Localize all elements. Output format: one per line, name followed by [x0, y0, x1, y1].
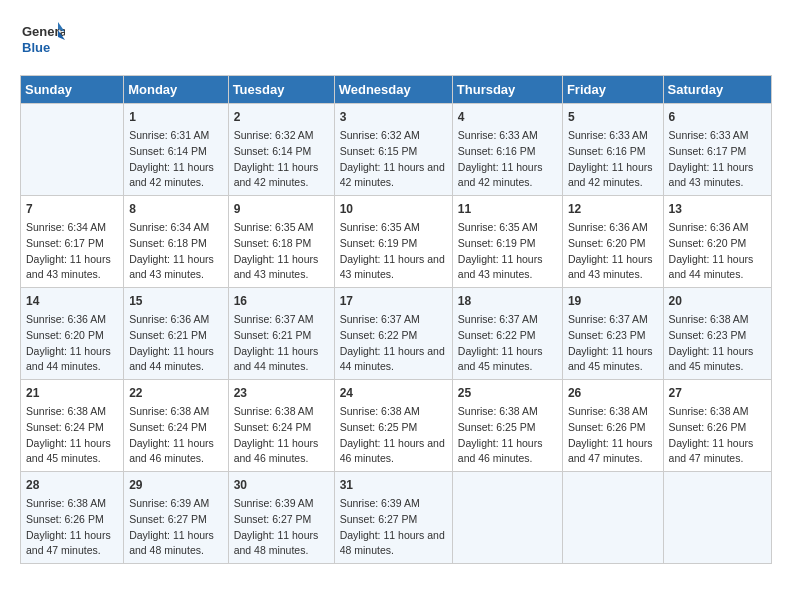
cell-info: Sunrise: 6:39 AM: [234, 496, 329, 512]
calendar-cell: 29Sunrise: 6:39 AMSunset: 6:27 PMDayligh…: [124, 472, 228, 564]
cell-info: Sunset: 6:26 PM: [26, 512, 118, 528]
cell-info: Sunset: 6:27 PM: [340, 512, 447, 528]
cell-info: Daylight: 11 hours and 42 minutes.: [458, 160, 557, 192]
cell-info: Sunset: 6:16 PM: [568, 144, 658, 160]
weekday-header: Sunday: [21, 76, 124, 104]
cell-info: Sunset: 6:25 PM: [340, 420, 447, 436]
cell-info: Daylight: 11 hours and 42 minutes.: [568, 160, 658, 192]
day-number: 16: [234, 292, 329, 310]
cell-info: Sunset: 6:21 PM: [129, 328, 222, 344]
cell-info: Sunrise: 6:36 AM: [26, 312, 118, 328]
calendar-cell: 14Sunrise: 6:36 AMSunset: 6:20 PMDayligh…: [21, 288, 124, 380]
day-number: 5: [568, 108, 658, 126]
cell-info: Sunrise: 6:38 AM: [568, 404, 658, 420]
calendar-cell: 13Sunrise: 6:36 AMSunset: 6:20 PMDayligh…: [663, 196, 771, 288]
cell-info: Sunset: 6:19 PM: [458, 236, 557, 252]
cell-info: Sunrise: 6:35 AM: [234, 220, 329, 236]
day-number: 25: [458, 384, 557, 402]
day-number: 13: [669, 200, 766, 218]
cell-info: Daylight: 11 hours and 44 minutes.: [26, 344, 118, 376]
cell-info: Sunset: 6:17 PM: [669, 144, 766, 160]
day-number: 20: [669, 292, 766, 310]
cell-info: Sunset: 6:17 PM: [26, 236, 118, 252]
cell-info: Sunrise: 6:34 AM: [26, 220, 118, 236]
cell-info: Sunset: 6:20 PM: [568, 236, 658, 252]
day-number: 18: [458, 292, 557, 310]
day-number: 10: [340, 200, 447, 218]
calendar-cell: 10Sunrise: 6:35 AMSunset: 6:19 PMDayligh…: [334, 196, 452, 288]
cell-info: Sunset: 6:24 PM: [26, 420, 118, 436]
cell-info: Sunrise: 6:37 AM: [568, 312, 658, 328]
cell-info: Sunrise: 6:38 AM: [669, 312, 766, 328]
cell-info: Sunrise: 6:36 AM: [568, 220, 658, 236]
cell-info: Sunset: 6:22 PM: [458, 328, 557, 344]
calendar-cell: 16Sunrise: 6:37 AMSunset: 6:21 PMDayligh…: [228, 288, 334, 380]
calendar-cell: 5Sunrise: 6:33 AMSunset: 6:16 PMDaylight…: [562, 104, 663, 196]
calendar-cell: 6Sunrise: 6:33 AMSunset: 6:17 PMDaylight…: [663, 104, 771, 196]
cell-info: Sunset: 6:19 PM: [340, 236, 447, 252]
day-number: 17: [340, 292, 447, 310]
calendar-cell: 30Sunrise: 6:39 AMSunset: 6:27 PMDayligh…: [228, 472, 334, 564]
calendar-cell: [21, 104, 124, 196]
calendar-cell: 2Sunrise: 6:32 AMSunset: 6:14 PMDaylight…: [228, 104, 334, 196]
cell-info: Daylight: 11 hours and 45 minutes.: [568, 344, 658, 376]
cell-info: Daylight: 11 hours and 46 minutes.: [129, 436, 222, 468]
day-number: 29: [129, 476, 222, 494]
calendar-cell: [663, 472, 771, 564]
cell-info: Sunset: 6:23 PM: [669, 328, 766, 344]
cell-info: Daylight: 11 hours and 47 minutes.: [26, 528, 118, 560]
calendar-week-row: 28Sunrise: 6:38 AMSunset: 6:26 PMDayligh…: [21, 472, 772, 564]
calendar-cell: 31Sunrise: 6:39 AMSunset: 6:27 PMDayligh…: [334, 472, 452, 564]
cell-info: Daylight: 11 hours and 43 minutes.: [458, 252, 557, 284]
cell-info: Sunrise: 6:37 AM: [340, 312, 447, 328]
cell-info: Sunrise: 6:39 AM: [129, 496, 222, 512]
cell-info: Sunset: 6:27 PM: [129, 512, 222, 528]
calendar-cell: 12Sunrise: 6:36 AMSunset: 6:20 PMDayligh…: [562, 196, 663, 288]
cell-info: Sunrise: 6:35 AM: [458, 220, 557, 236]
day-number: 6: [669, 108, 766, 126]
weekday-header: Monday: [124, 76, 228, 104]
page-header: General Blue: [20, 20, 772, 65]
day-number: 2: [234, 108, 329, 126]
cell-info: Sunrise: 6:32 AM: [340, 128, 447, 144]
cell-info: Sunset: 6:14 PM: [234, 144, 329, 160]
day-number: 26: [568, 384, 658, 402]
calendar-week-row: 14Sunrise: 6:36 AMSunset: 6:20 PMDayligh…: [21, 288, 772, 380]
cell-info: Sunrise: 6:38 AM: [26, 404, 118, 420]
day-number: 21: [26, 384, 118, 402]
cell-info: Daylight: 11 hours and 46 minutes.: [340, 436, 447, 468]
cell-info: Daylight: 11 hours and 47 minutes.: [669, 436, 766, 468]
day-number: 11: [458, 200, 557, 218]
day-number: 28: [26, 476, 118, 494]
cell-info: Sunset: 6:24 PM: [129, 420, 222, 436]
day-number: 7: [26, 200, 118, 218]
calendar-cell: 19Sunrise: 6:37 AMSunset: 6:23 PMDayligh…: [562, 288, 663, 380]
cell-info: Sunset: 6:25 PM: [458, 420, 557, 436]
cell-info: Sunset: 6:22 PM: [340, 328, 447, 344]
cell-info: Sunrise: 6:32 AM: [234, 128, 329, 144]
cell-info: Daylight: 11 hours and 48 minutes.: [129, 528, 222, 560]
cell-info: Sunset: 6:16 PM: [458, 144, 557, 160]
calendar-cell: 4Sunrise: 6:33 AMSunset: 6:16 PMDaylight…: [452, 104, 562, 196]
calendar-cell: 18Sunrise: 6:37 AMSunset: 6:22 PMDayligh…: [452, 288, 562, 380]
cell-info: Sunrise: 6:38 AM: [26, 496, 118, 512]
weekday-header: Saturday: [663, 76, 771, 104]
cell-info: Sunrise: 6:35 AM: [340, 220, 447, 236]
cell-info: Daylight: 11 hours and 43 minutes.: [234, 252, 329, 284]
cell-info: Sunrise: 6:33 AM: [669, 128, 766, 144]
cell-info: Sunset: 6:20 PM: [26, 328, 118, 344]
day-number: 3: [340, 108, 447, 126]
cell-info: Sunset: 6:26 PM: [568, 420, 658, 436]
calendar-table: SundayMondayTuesdayWednesdayThursdayFrid…: [20, 75, 772, 564]
day-number: 22: [129, 384, 222, 402]
cell-info: Daylight: 11 hours and 45 minutes.: [669, 344, 766, 376]
calendar-cell: 21Sunrise: 6:38 AMSunset: 6:24 PMDayligh…: [21, 380, 124, 472]
cell-info: Sunset: 6:21 PM: [234, 328, 329, 344]
cell-info: Sunset: 6:18 PM: [234, 236, 329, 252]
cell-info: Sunrise: 6:38 AM: [458, 404, 557, 420]
cell-info: Daylight: 11 hours and 47 minutes.: [568, 436, 658, 468]
cell-info: Sunset: 6:24 PM: [234, 420, 329, 436]
cell-info: Daylight: 11 hours and 46 minutes.: [458, 436, 557, 468]
calendar-cell: 23Sunrise: 6:38 AMSunset: 6:24 PMDayligh…: [228, 380, 334, 472]
cell-info: Daylight: 11 hours and 48 minutes.: [234, 528, 329, 560]
